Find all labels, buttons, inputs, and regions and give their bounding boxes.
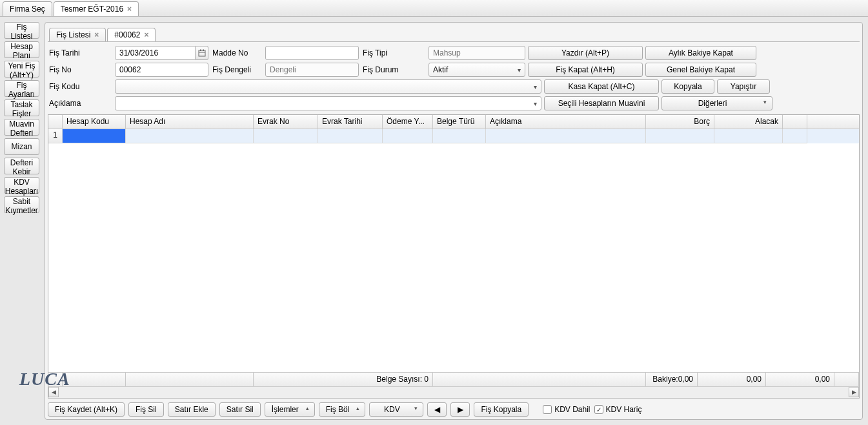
horizontal-scrollbar[interactable]: ◀ ▶ [48,386,859,398]
cell-belge-turu[interactable] [433,129,486,143]
kopyala-button[interactable]: Kopyala [661,79,714,94]
footer-alacak: 0,00 [766,373,834,386]
fis-tarihi-input[interactable] [115,46,196,60]
yapistir-button[interactable]: Yapıştır [717,79,770,94]
tab-label: Firma Seç [10,5,45,14]
side-mizan[interactable]: Mizan [4,138,39,155]
grid-header: Hesap Kodu Hesap Adı Evrak No Evrak Tari… [48,115,859,129]
cell-borc[interactable] [646,129,714,143]
next-button[interactable]: ▶ [450,402,470,417]
satir-ekle-button[interactable]: Satır Ekle [168,402,216,417]
grid-body[interactable]: 1 [48,129,859,372]
fis-kodu-select[interactable] [115,79,541,94]
grid-footer: Belge Sayısı: 0 Bakiye:0,00 0,00 0,00 [48,372,859,386]
label-fis-tarihi: Fiş Tarihi [48,48,112,57]
col-alacak[interactable]: Alacak [714,115,783,129]
close-icon[interactable]: × [94,30,99,39]
svg-rect-3 [203,50,204,52]
tab-label: #00062 [114,30,140,39]
cell-odeme-y[interactable] [383,129,433,143]
side-fis-ayarlari[interactable]: Fiş Ayarları [4,80,39,97]
islemler-button[interactable]: İşlemler [265,402,315,417]
fis-sil-button[interactable]: Fiş Sil [128,402,164,417]
svg-rect-2 [200,50,201,52]
close-icon[interactable]: × [127,5,132,14]
inner-tab-fis-listesi[interactable]: Fiş Listesi × [49,28,106,41]
col-evrak-tarihi[interactable]: Evrak Tarihi [318,115,383,129]
calendar-icon[interactable] [196,46,208,60]
inner-tab-fis[interactable]: #00062 × [107,28,156,41]
checkbox-label: KDV Dahil [554,405,590,414]
cell-evrak-no[interactable] [254,129,318,143]
col-belge-turu[interactable]: Belge Türü [433,115,486,129]
inner-tab-strip: Fiş Listesi × #00062 × [48,25,860,42]
fis-bol-button[interactable]: Fiş Böl [319,402,366,417]
cell-evrak-tarihi[interactable] [318,129,383,143]
digerleri-button[interactable]: Diğerleri [661,96,772,110]
col-borc[interactable]: Borç [646,115,714,129]
prev-button[interactable]: ◀ [427,402,447,417]
label-fis-no: Fiş No [48,65,112,74]
side-taslak-fisler[interactable]: Taslak Fişler [4,99,39,116]
col-aciklama[interactable]: Açıklama [486,115,646,129]
tab-label: Tesmer EĞT-2016 [61,5,123,14]
aciklama-input[interactable] [115,96,541,110]
checkbox-icon [543,405,552,414]
yazdir-button[interactable]: Yazdır (Alt+P) [528,46,643,60]
side-kdv-hesaplari[interactable]: KDV Hesapları [4,177,39,194]
label-fis-tipi: Fiş Tipi [361,48,426,57]
fis-durum-select[interactable]: Aktif [429,63,525,77]
kdv-haric-checkbox[interactable]: ✓ KDV Hariç [594,405,642,414]
checkbox-label: KDV Hariç [606,405,642,414]
secili-muavin-button[interactable]: Seçili Hesapların Muavini [544,96,659,110]
label-fis-dengeli: Fiş Dengeli [211,65,263,74]
svg-rect-0 [199,50,205,56]
content: Fiş Listesi × #00062 × Fiş Tarihi [43,17,868,425]
kdv-button[interactable]: KDV [369,402,423,417]
kasa-kapat-button[interactable]: Kasa Kapat (Alt+C) [544,79,659,94]
madde-no-input[interactable] [265,46,359,60]
tab-label: Fiş Listesi [56,30,90,39]
col-rownum[interactable] [48,115,63,129]
kdv-dahil-checkbox[interactable]: KDV Dahil [543,405,590,414]
side-hesap-plani[interactable]: Hesap Planı Listesi [4,41,39,58]
checkbox-icon: ✓ [594,405,603,414]
tab-tesmer[interactable]: Tesmer EĞT-2016 × [54,1,139,16]
fis-no-input[interactable] [115,63,208,77]
table-row[interactable]: 1 [48,129,859,143]
footer-bakiye: Bakiye:0,00 [646,373,698,386]
cell-aciklama[interactable] [486,129,646,143]
side-sabit-kiymetler[interactable]: Sabit Kıymetler [4,196,39,213]
satir-sil-button[interactable]: Satır Sil [219,402,261,417]
label-madde-no: Madde No [211,48,263,57]
scroll-right-icon[interactable]: ▶ [849,387,859,397]
cell-hesap-adi[interactable] [126,129,254,143]
footer-belge-sayisi: Belge Sayısı: 0 [254,373,433,386]
col-odeme-y[interactable]: Ödeme Y... [383,115,433,129]
row-number: 1 [48,129,63,143]
side-fis-listesi[interactable]: Fiş Listesi [4,22,39,39]
col-hesap-adi[interactable]: Hesap Adı [126,115,254,129]
fis-tipi-input [429,46,525,60]
side-defteri-kebir[interactable]: Defteri Kebir [4,158,39,174]
cell-hesap-kodu[interactable] [63,129,126,143]
grid: Hesap Kodu Hesap Adı Evrak No Evrak Tari… [48,114,860,399]
sidebar: Fiş Listesi Hesap Planı Listesi Yeni Fiş… [0,17,43,425]
cell-extra[interactable] [783,129,807,143]
tab-firma-sec[interactable]: Firma Seç [3,1,52,16]
fis-tarihi-wrap [115,46,208,60]
side-yeni-fis[interactable]: Yeni Fiş (Alt+Y) [4,61,39,78]
close-icon[interactable]: × [144,30,148,39]
label-fis-kodu: Fiş Kodu [48,82,112,91]
col-evrak-no[interactable]: Evrak No [254,115,318,129]
cell-alacak[interactable] [714,129,783,143]
col-extra[interactable] [783,115,807,129]
select-value: Aktif [433,65,448,74]
fis-kopyala-button[interactable]: Fiş Kopyala [474,402,529,417]
aylik-bakiye-kapat-button[interactable]: Aylık Bakiye Kapat [645,46,756,60]
genel-bakiye-kapat-button[interactable]: Genel Bakiye Kapat [645,63,756,77]
fis-kapat-button[interactable]: Fiş Kapat (Alt+H) [528,63,643,77]
side-muavin-defteri[interactable]: Muavin Defteri [4,119,39,136]
fis-kaydet-button[interactable]: Fiş Kaydet (Alt+K) [48,402,125,417]
col-hesap-kodu[interactable]: Hesap Kodu [63,115,126,129]
